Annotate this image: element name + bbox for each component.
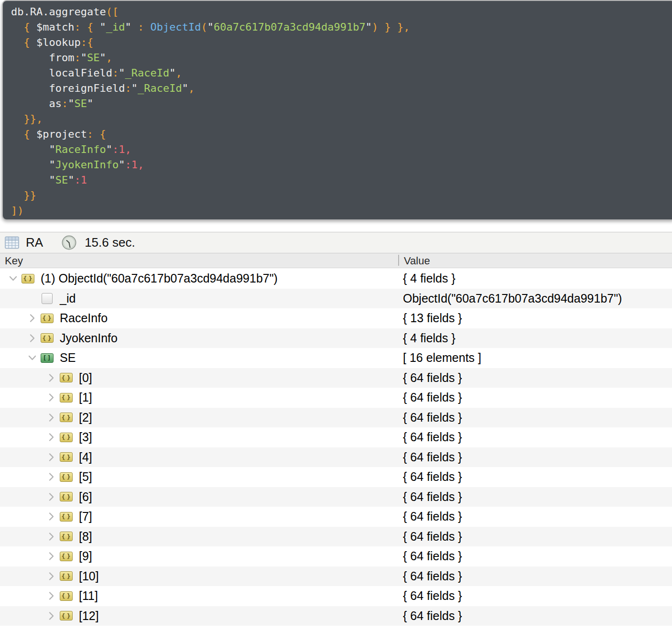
table-row[interactable]: {}[8]{ 64 fields } (0, 527, 672, 547)
key-cell: [4] (79, 450, 92, 464)
type-icon-cell: {} (58, 530, 74, 543)
key-cell: [5] (79, 470, 92, 484)
chevron-right-icon[interactable] (44, 470, 58, 483)
table-row[interactable]: {}[3]{ 64 fields } (0, 427, 672, 447)
table-row[interactable]: {}[12]{ 64 fields } (0, 606, 672, 626)
chevron-right-icon[interactable] (44, 391, 58, 404)
document-icon: {} (60, 611, 73, 620)
chevron-right-icon[interactable] (44, 530, 58, 543)
table-row[interactable]: _idObjectId("60a7c617b07a3cd94da991b7") (0, 289, 672, 309)
table-row[interactable]: []SE[ 16 elements ] (0, 348, 672, 368)
code-line: foreignField:"_RaceId", (11, 81, 672, 96)
type-icon-cell: {} (58, 550, 74, 563)
type-icon-cell: {} (58, 391, 74, 404)
document-icon: {} (60, 452, 73, 462)
result-tab-collection[interactable]: RA (26, 235, 43, 250)
value-cell: { 64 fields } (403, 490, 462, 504)
code-line: from:"SE", (11, 50, 672, 65)
value-column-header[interactable]: Value (404, 255, 430, 267)
key-cell: [9] (79, 549, 92, 563)
tree-table-header: Key Value (0, 253, 672, 268)
value-cell: { 64 fields } (403, 391, 462, 404)
type-icon-cell: {} (58, 510, 74, 523)
chevron-right-icon[interactable] (25, 312, 39, 325)
code-line: localField:"_RaceId", (11, 65, 672, 81)
chevron-right-icon[interactable] (44, 570, 58, 583)
code-line: }} (11, 188, 672, 203)
chevron-right-icon[interactable] (44, 411, 58, 424)
table-row[interactable]: {}[1]{ 64 fields } (0, 388, 672, 408)
key-cell: [12] (79, 609, 99, 623)
key-column-header[interactable]: Key (5, 255, 23, 267)
chevron-right-icon[interactable] (44, 371, 58, 384)
value-cell: { 64 fields } (403, 569, 462, 583)
type-icon-cell: {} (58, 589, 74, 602)
type-icon-cell: {} (58, 470, 74, 483)
document-icon: {} (60, 413, 73, 422)
type-icon-cell: {} (39, 332, 54, 345)
code-line: }}, (11, 111, 672, 127)
table-row[interactable]: {}[2]{ 64 fields } (0, 408, 672, 428)
code-line: "JyokenInfo":1, (11, 157, 672, 173)
key-cell: [0] (79, 371, 92, 385)
table-row[interactable]: {}[5]{ 64 fields } (0, 467, 672, 487)
value-cell: { 64 fields } (403, 549, 462, 563)
result-tree: {}(1) ObjectId("60a7c617b07a3cd94da991b7… (0, 269, 672, 626)
table-row[interactable]: {}[9]{ 64 fields } (0, 546, 672, 566)
document-icon: {} (60, 571, 73, 581)
chevron-down-icon[interactable] (25, 351, 39, 364)
table-row[interactable]: {}[0]{ 64 fields } (0, 368, 672, 388)
table-row[interactable]: {}[6]{ 64 fields } (0, 487, 672, 507)
table-row[interactable]: {}[7]{ 64 fields } (0, 507, 672, 527)
key-cell: _id (60, 292, 76, 305)
table-row[interactable]: {}(1) ObjectId("60a7c617b07a3cd94da991b7… (0, 269, 672, 289)
field-type-icon (42, 293, 53, 304)
key-cell: [3] (79, 430, 92, 444)
table-row[interactable]: {}RaceInfo{ 13 fields } (0, 308, 672, 328)
chevron-right-icon[interactable] (44, 451, 58, 464)
table-row[interactable]: {}[4]{ 64 fields } (0, 447, 672, 468)
type-icon-cell: {} (20, 272, 35, 285)
value-cell: { 64 fields } (403, 470, 462, 484)
document-icon: {} (60, 552, 73, 561)
document-icon: {} (60, 532, 73, 541)
type-icon-cell: {} (58, 451, 74, 464)
table-row[interactable]: {}JyokenInfo{ 4 fields } (0, 328, 672, 348)
table-row[interactable]: {}[10]{ 64 fields } (0, 566, 672, 587)
value-cell: { 64 fields } (403, 371, 462, 385)
type-icon-cell: {} (58, 490, 74, 503)
value-cell: { 64 fields } (403, 589, 462, 603)
chevron-right-icon[interactable] (44, 589, 58, 602)
type-icon-cell: [] (39, 351, 54, 364)
key-cell: SE (60, 351, 76, 365)
code-line: "SE":1 (11, 173, 672, 188)
query-code[interactable]: db.RA.aggregate([ { $match: { "_id" : Ob… (3, 1, 672, 218)
column-resize-divider[interactable] (398, 255, 399, 266)
chevron-right-icon[interactable] (25, 332, 39, 345)
chevron-down-icon[interactable] (6, 272, 20, 285)
chevron-right-icon[interactable] (44, 490, 58, 503)
value-cell: ObjectId("60a7c617b07a3cd94da991b7") (403, 292, 622, 305)
value-cell: [ 16 elements ] (403, 351, 481, 365)
key-cell: [8] (79, 530, 92, 544)
value-cell: { 64 fields } (403, 430, 462, 444)
code-line: ]) (11, 203, 672, 218)
clock-icon (61, 235, 77, 250)
type-icon-cell: {} (58, 431, 74, 444)
type-icon-cell: {} (58, 570, 74, 583)
array-icon: [] (41, 353, 54, 363)
table-row[interactable]: {}[11]{ 64 fields } (0, 586, 672, 606)
chevron-right-icon[interactable] (44, 609, 58, 622)
document-icon: {} (41, 333, 54, 343)
chevron-right-icon[interactable] (44, 550, 58, 563)
type-icon-cell (39, 292, 54, 305)
query-editor[interactable]: db.RA.aggregate([ { $match: { "_id" : Ob… (2, 0, 672, 220)
chevron-right-icon[interactable] (44, 510, 58, 523)
type-icon-cell: {} (58, 371, 74, 384)
key-cell: [1] (79, 391, 92, 404)
results-toolbar: RA 15.6 sec. (0, 232, 672, 253)
chevron-right-icon[interactable] (44, 431, 58, 444)
value-cell: { 64 fields } (403, 609, 462, 623)
key-cell: [2] (79, 411, 92, 424)
code-line: as:"SE" (11, 96, 672, 111)
